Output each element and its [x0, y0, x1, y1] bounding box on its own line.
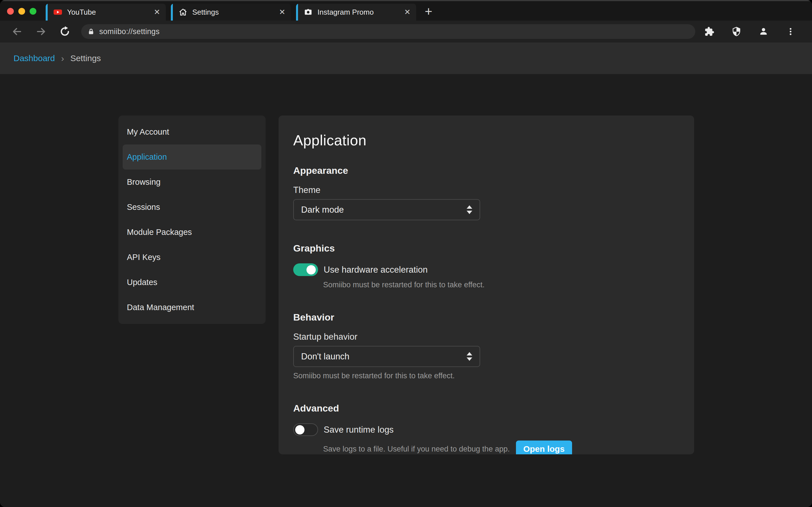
sidebar-item-data-management[interactable]: Data Management	[118, 295, 266, 320]
advanced-heading: Advanced	[293, 403, 679, 414]
graphics-note: Somiibo must be restarted for this to ta…	[323, 281, 679, 289]
behavior-note: Somiibo must be restarted for this to ta…	[293, 372, 679, 380]
open-logs-button[interactable]: Open logs	[516, 441, 572, 454]
appearance-heading: Appearance	[293, 165, 679, 176]
startup-behavior-label: Startup behavior	[293, 332, 679, 342]
startup-behavior-select[interactable]: Don't launch	[293, 346, 480, 367]
page-title: Application	[293, 132, 679, 149]
tab-accent-bar	[46, 4, 48, 20]
sidebar-item-updates[interactable]: Updates	[118, 270, 266, 295]
forward-icon[interactable]	[35, 25, 47, 38]
hardware-acceleration-label: Use hardware acceleration	[324, 265, 428, 275]
behavior-heading: Behavior	[293, 312, 679, 323]
home-icon	[178, 7, 188, 17]
close-icon[interactable]: ✕	[154, 8, 160, 17]
tab-settings[interactable]: Settings ✕	[171, 4, 291, 20]
kebab-menu-icon[interactable]	[784, 25, 797, 38]
profile-icon[interactable]	[757, 25, 770, 38]
save-runtime-logs-label: Save runtime logs	[324, 425, 394, 435]
breadcrumb: Dashboard › Settings	[0, 43, 812, 74]
new-tab-button[interactable]: +	[421, 4, 436, 20]
startup-behavior-select-value: Don't launch	[301, 351, 467, 362]
theme-label: Theme	[293, 185, 679, 195]
youtube-icon	[53, 7, 63, 17]
theme-select[interactable]: Dark mode	[293, 199, 480, 220]
reload-icon[interactable]	[59, 25, 71, 38]
sidebar-item-browsing[interactable]: Browsing	[118, 170, 266, 194]
tab-label: Instagram Promo	[317, 8, 404, 17]
url-text: somiibo://settings	[99, 27, 160, 36]
toggle-knob	[295, 425, 305, 434]
url-bar[interactable]: somiibo://settings	[81, 24, 695, 39]
save-runtime-logs-toggle[interactable]	[293, 424, 318, 436]
application-settings-card: Application Appearance Theme Dark mode G…	[278, 115, 694, 454]
close-icon[interactable]: ✕	[404, 8, 410, 17]
settings-page: My Account Application Browsing Sessions…	[0, 74, 812, 507]
breadcrumb-dashboard-link[interactable]: Dashboard	[13, 54, 55, 63]
lock-icon	[87, 28, 95, 35]
tab-youtube[interactable]: YouTube ✕	[46, 4, 166, 20]
hardware-acceleration-toggle[interactable]	[293, 263, 318, 276]
select-arrows-icon	[467, 352, 472, 361]
toggle-knob	[306, 265, 316, 274]
sidebar-item-application[interactable]: Application	[123, 145, 261, 170]
back-icon[interactable]	[11, 25, 23, 38]
graphics-heading: Graphics	[293, 243, 679, 254]
settings-sidebar: My Account Application Browsing Sessions…	[118, 115, 266, 324]
zoom-window-button[interactable]	[30, 8, 36, 15]
camera-icon	[303, 7, 313, 17]
tab-strip: YouTube ✕ Settings ✕ Instagram Promo ✕ +	[0, 0, 812, 20]
select-arrows-icon	[467, 205, 472, 214]
tab-label: YouTube	[67, 8, 154, 17]
sidebar-item-sessions[interactable]: Sessions	[118, 194, 266, 220]
close-window-button[interactable]	[7, 8, 14, 15]
tab-label: Settings	[192, 8, 279, 17]
chevron-right-icon: ›	[61, 53, 64, 64]
browser-toolbar: somiibo://settings	[0, 20, 812, 43]
breadcrumb-current: Settings	[70, 54, 101, 63]
extensions-puzzle-icon[interactable]	[703, 25, 716, 38]
theme-select-value: Dark mode	[301, 205, 467, 215]
traffic-lights	[7, 8, 36, 15]
sidebar-item-api-keys[interactable]: API Keys	[118, 245, 266, 270]
tab-accent-bar	[171, 4, 173, 20]
shield-icon[interactable]	[730, 25, 743, 38]
sidebar-item-my-account[interactable]: My Account	[118, 119, 266, 145]
advanced-note: Save logs to a file. Useful if you need …	[323, 445, 510, 453]
sidebar-item-module-packages[interactable]: Module Packages	[118, 220, 266, 245]
app-window: YouTube ✕ Settings ✕ Instagram Promo ✕ +	[0, 0, 812, 507]
tab-accent-bar	[296, 4, 298, 20]
close-icon[interactable]: ✕	[279, 8, 285, 17]
minimize-window-button[interactable]	[18, 8, 25, 15]
tab-instagram-promo[interactable]: Instagram Promo ✕	[296, 4, 416, 20]
